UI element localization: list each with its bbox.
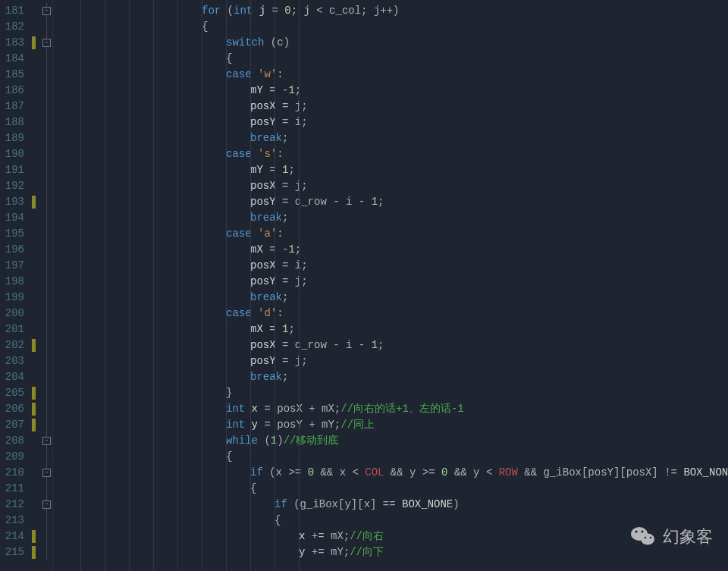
token-id: posY [250,116,276,128]
token-op: ) [453,498,459,510]
fold-toggle[interactable]: - [42,7,51,15]
code-line[interactable]: posY = j; [56,274,728,290]
token-op: && x < [314,466,365,478]
change-mark-slot [30,417,41,433]
code-line[interactable]: posX = j; [56,178,728,194]
fold-slot [41,529,52,544]
code-line[interactable]: y += mY;//向下 [56,544,728,560]
code-line[interactable]: } [56,385,728,401]
change-mark-slot [30,210,41,226]
change-mark-slot [30,19,41,35]
token-op: ; [282,132,288,144]
indent-guide [226,0,227,571]
fold-slot [41,178,52,194]
token-op: ; [282,212,288,224]
code-line[interactable]: x += mX;//向右 [56,529,728,544]
code-line[interactable]: posX = j; [56,99,728,115]
token-op: ( [221,5,234,17]
token-id: mX [250,323,263,335]
change-mark-slot [30,3,41,19]
code-line[interactable]: mX = -1; [56,242,728,258]
code-line[interactable]: { [56,481,728,497]
fold-toggle[interactable]: - [42,500,51,509]
code-line[interactable]: int y = posY + mY;//同上 [56,417,728,433]
code-line[interactable]: break; [56,290,728,306]
token-op: = [263,323,282,335]
fold-slot [41,353,52,369]
token-kw: for [202,5,221,17]
code-line[interactable]: case 'w': [56,67,728,83]
fold-slot [41,258,52,274]
line-number: 197 [0,258,24,274]
fold-slot: - [41,465,52,481]
code-line[interactable]: posY = i; [56,115,728,130]
line-number: 188 [0,115,24,130]
code-line[interactable]: posX = i; [56,258,728,274]
token-op: { [250,482,256,494]
change-mark [32,196,36,209]
code-line[interactable]: switch (c) [56,35,728,51]
token-op: : [277,68,283,80]
token-id: x [245,403,258,415]
fold-toggle[interactable]: - [42,437,51,445]
token-num: 1 [288,243,294,256]
fold-gutter[interactable]: ----- [41,0,53,571]
token-op: (c) [264,36,290,49]
change-mark [32,339,36,352]
fold-slot [41,226,52,242]
token-kw: case [226,307,252,319]
token-op: { [202,20,208,33]
token-num: 1 [288,84,294,96]
fold-slot [41,544,52,560]
change-mark-slot [30,322,41,337]
code-line[interactable]: mY = -1; [56,83,728,99]
code-line[interactable]: { [56,449,728,465]
fold-slot [41,337,52,353]
fold-toggle[interactable]: - [42,39,51,47]
token-id: posY [250,196,276,208]
code-line[interactable]: case 'a': [56,226,728,242]
code-line[interactable]: { [56,513,728,529]
indent-guide [129,0,130,571]
code-line[interactable]: break; [56,130,728,146]
token-kw: case [226,68,252,80]
token-cmt: //同上 [340,419,375,431]
code-line[interactable]: case 's': [56,146,728,162]
code-area[interactable]: for (int j = 0; j < c_col; j++){switch (… [53,0,728,571]
fold-toggle[interactable]: - [42,469,51,477]
code-line[interactable]: if (g_iBox[y][x] == BOX_NONE) [56,497,728,513]
change-mark-slot [30,353,41,369]
code-line[interactable]: posY = c_row - i - 1; [56,194,728,210]
change-mark-slot [30,99,41,115]
fold-slot [41,67,52,83]
code-line[interactable]: mY = 1; [56,162,728,178]
code-line[interactable]: while (1)//移动到底 [56,433,728,449]
code-line[interactable]: posY = j; [56,353,728,369]
code-line[interactable]: posX = c_row - i - 1; [56,337,728,353]
code-line[interactable]: break; [56,369,728,385]
line-number: 198 [0,274,24,290]
token-id: BOX_NONE [683,466,728,478]
code-line[interactable]: { [56,51,728,67]
token-cmt: //向下 [350,546,384,558]
code-line[interactable]: { [56,19,728,35]
line-number: 200 [0,306,24,322]
token-op [252,68,258,80]
fold-slot [41,115,52,130]
code-line[interactable]: mX = 1; [56,322,728,337]
token-op: ; [378,339,384,351]
code-line[interactable]: int x = posX + mX;//向右的话+1、左的话-1 [56,401,728,417]
token-op: ; [282,291,288,303]
indent-guide [153,0,154,571]
code-line[interactable]: if (x >= 0 && x < COL && y >= 0 && y < R… [56,465,728,481]
line-number: 184 [0,51,24,67]
code-line[interactable]: case 'd': [56,306,728,322]
token-op: && g_iBox[posY][posX] != [518,466,683,478]
fold-slot [41,322,52,337]
change-mark-slot [30,513,41,529]
fold-slot [41,83,52,99]
indent-guide [250,0,251,571]
code-line[interactable]: for (int j = 0; j < c_col; j++) [56,3,728,19]
code-line[interactable]: break; [56,210,728,226]
code-editor[interactable]: 1811821831841851861871881891901911921931… [0,0,728,571]
